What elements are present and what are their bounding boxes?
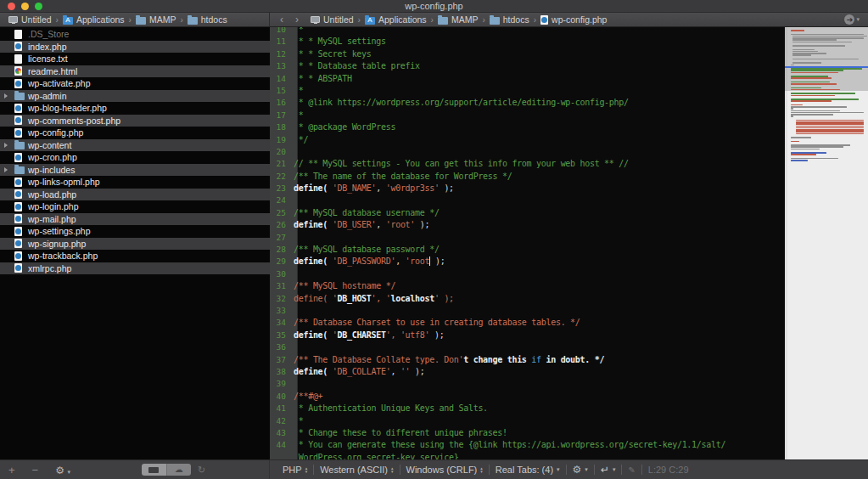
- code-line[interactable]: 22/** The name of the database for WordP…: [270, 171, 785, 183]
- breadcrumb-item[interactable]: Applications: [365, 14, 427, 25]
- file-list-item[interactable]: wp-content: [0, 139, 270, 152]
- code-token: '': [400, 367, 410, 376]
- refresh-button[interactable]: ↻: [198, 465, 205, 476]
- line-number: 14: [270, 73, 294, 85]
- close-window-button[interactable]: [8, 3, 15, 10]
- code-line[interactable]: 36: [270, 341, 785, 353]
- file-list-item[interactable]: wp-login.php: [0, 200, 270, 213]
- code-line[interactable]: 40/**#@+: [270, 391, 785, 403]
- code-line[interactable]: 33: [270, 305, 785, 317]
- file-list-item[interactable]: wp-trackback.php: [0, 250, 270, 262]
- disclosure-triangle-icon[interactable]: [4, 93, 8, 99]
- file-list-item[interactable]: wp-admin: [0, 90, 270, 103]
- code-line[interactable]: 28/** MySQL database password */: [270, 244, 785, 256]
- breadcrumb-item[interactable]: Applications: [63, 14, 125, 25]
- breadcrumb-item[interactable]: Untitled: [311, 14, 354, 25]
- code-line[interactable]: 31/** MySQL hostname */: [270, 280, 785, 292]
- breadcrumb-item[interactable]: htdocs: [188, 14, 227, 25]
- breadcrumb-separator: ›: [533, 15, 537, 25]
- breadcrumb-item[interactable]: wp-config.php: [540, 14, 607, 25]
- code-line[interactable]: 16 * @link https://wordpress.org/support…: [270, 97, 785, 109]
- file-list-item[interactable]: wp-includes: [0, 164, 270, 177]
- code-line[interactable]: 39: [270, 378, 785, 390]
- code-line[interactable]: 27: [270, 232, 785, 244]
- code-line[interactable]: 34/** Database Charset to use in creatin…: [270, 317, 785, 329]
- breadcrumb-item[interactable]: MAMP: [136, 14, 176, 25]
- code-token: define(: [294, 367, 333, 376]
- file-list-item[interactable]: wp-settings.php: [0, 225, 270, 238]
- code-line[interactable]: 12 * * Secret keys: [270, 48, 785, 60]
- file-list-item[interactable]: wp-load.php: [0, 189, 270, 201]
- language-menu[interactable]: PHP ▴▾: [277, 465, 313, 475]
- zoom-window-button[interactable]: [35, 3, 42, 10]
- source-toggle[interactable]: ☁: [142, 464, 191, 476]
- file-name: wp-load.php: [0, 189, 76, 200]
- line-number: 40: [270, 391, 294, 403]
- line-number: 23: [270, 183, 294, 194]
- remote-files-segment[interactable]: ☁: [166, 464, 192, 476]
- code-line[interactable]: 23define( 'DB_NAME', 'w0rdpr3ss' );: [270, 183, 785, 194]
- code-line[interactable]: 13 * * Database table prefix: [270, 60, 785, 72]
- forward-arrow-icon[interactable]: ›: [295, 14, 299, 26]
- minimap-line: [791, 30, 804, 31]
- breadcrumb-item[interactable]: htdocs: [490, 14, 529, 25]
- file-list-item[interactable]: wp-activate.php: [0, 77, 270, 90]
- file-list-item[interactable]: wp-comments-post.php: [0, 115, 270, 127]
- disclosure-triangle-icon[interactable]: [4, 167, 8, 172]
- code-line[interactable]: 10 *: [270, 27, 785, 36]
- code-line[interactable]: 38define( 'DB_COLLATE', '' );: [270, 366, 785, 378]
- code-line[interactable]: WordPress.org secret-key service}: [270, 452, 785, 459]
- code-line[interactable]: 19 */: [270, 134, 785, 146]
- breadcrumb-separator: ›: [128, 15, 132, 25]
- code-line[interactable]: 44 * You can generate these using the {@…: [270, 439, 785, 451]
- code-line[interactable]: 42 *: [270, 415, 785, 427]
- file-list-item[interactable]: wp-links-opml.php: [0, 176, 270, 189]
- file-list-item[interactable]: xmlrpc.php: [0, 262, 270, 275]
- code-line[interactable]: 37/** The Database Collate type. Don't c…: [270, 354, 785, 366]
- code-line[interactable]: 32define( 'DB_HOST', 'localhost' );: [270, 293, 785, 305]
- breadcrumb-item[interactable]: MAMP: [438, 14, 479, 25]
- code-line[interactable]: 29define( 'DB_PASSWORD', 'root );: [270, 256, 785, 268]
- minimize-window-button[interactable]: [21, 3, 29, 10]
- code-line[interactable]: 26define( 'DB_USER', 'root' );: [270, 219, 785, 231]
- code-line[interactable]: 21// ** MySQL settings - You can get thi…: [270, 158, 785, 170]
- disclosure-triangle-icon[interactable]: [4, 143, 8, 148]
- file-list-item[interactable]: license.txt: [0, 53, 270, 65]
- code-line[interactable]: 11 * * MySQL settings: [270, 36, 785, 48]
- local-files-segment[interactable]: [142, 464, 166, 476]
- add-file-button[interactable]: +: [0, 464, 24, 476]
- code-line[interactable]: 25/** MySQL database username */: [270, 207, 785, 219]
- code-line[interactable]: 41 * Authentication Unique Keys and Salt…: [270, 403, 785, 414]
- breadcrumb-label: Untitled: [21, 14, 52, 25]
- breadcrumb-item[interactable]: Untitled: [8, 14, 52, 25]
- code-line[interactable]: 24: [270, 194, 785, 206]
- file-list-item[interactable]: wp-cron.php: [0, 151, 270, 164]
- file-list-item[interactable]: index.php: [0, 41, 270, 54]
- code-line[interactable]: 14 * * ABSPATH: [270, 73, 785, 85]
- invisibles-menu[interactable]: ↵ ▾: [595, 464, 622, 476]
- sidebar-gear-button[interactable]: ⚙ ▾: [47, 464, 79, 476]
- file-list-item[interactable]: wp-blog-header.php: [0, 102, 270, 115]
- code-line[interactable]: 35define( 'DB_CHARSET', 'utf8' );: [270, 330, 785, 341]
- code-line[interactable]: 15 *: [270, 85, 785, 97]
- file-list-item[interactable]: .DS_Store: [0, 28, 270, 41]
- editor-gear-menu[interactable]: ⚙ ▾: [567, 464, 594, 476]
- file-list-item[interactable]: wp-mail.php: [0, 213, 270, 226]
- code-line[interactable]: 18 * @package WordPress: [270, 121, 785, 133]
- remove-file-button[interactable]: −: [24, 464, 48, 476]
- file-list-item[interactable]: wp-signup.php: [0, 238, 270, 251]
- code-line[interactable]: 17 *: [270, 110, 785, 121]
- file-list-item[interactable]: readme.html: [0, 65, 270, 78]
- code-editor[interactable]: 10 *11 * * MySQL settings12 * * Secret k…: [270, 27, 785, 459]
- document-minimap[interactable]: [785, 27, 868, 459]
- file-list-item[interactable]: wp-config.php: [0, 127, 270, 139]
- code-line[interactable]: 43 * Change these to different unique ph…: [270, 427, 785, 439]
- tabs-menu[interactable]: Real Tabs: (4) ▾: [490, 465, 566, 475]
- back-arrow-icon[interactable]: ‹: [280, 14, 283, 26]
- line-number: 24: [270, 194, 294, 206]
- code-line[interactable]: 30: [270, 268, 785, 280]
- code-line[interactable]: 20: [270, 146, 785, 158]
- line-endings-menu[interactable]: Windows (CRLF) ▴▾: [400, 465, 489, 475]
- counterparts-button[interactable]: ➔ ▾: [844, 14, 860, 25]
- encoding-menu[interactable]: Western (ASCII) ▴▾: [314, 465, 399, 475]
